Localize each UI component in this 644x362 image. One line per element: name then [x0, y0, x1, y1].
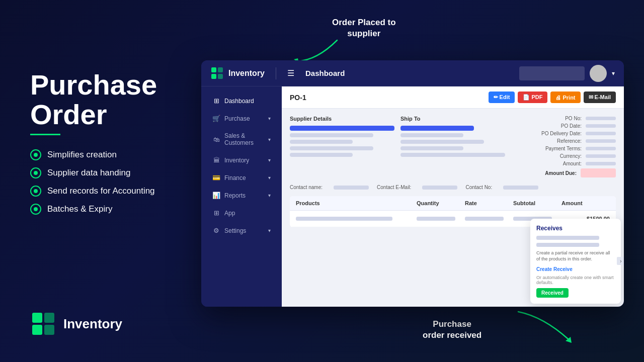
main-content: PO-1 ✏ Edit 📄 PDF 🖨 Print ✉ E-Mail Suppl…: [282, 86, 624, 307]
amount-val: [586, 162, 616, 165]
bottom-logo-text: Inventory: [63, 316, 122, 332]
topbar-right: ▾: [519, 65, 615, 82]
sidebar-item-finance[interactable]: 💳 Finance ▾: [204, 169, 279, 186]
finance-chevron-icon: ▾: [268, 175, 271, 180]
svg-rect-0: [32, 313, 42, 323]
meta-amount: Amount:: [511, 161, 616, 166]
contact-email-label: Contact E-Mail:: [377, 185, 411, 190]
topbar-page-label: Dashboard: [305, 69, 345, 77]
receives-title: Receives: [536, 225, 615, 232]
title-underline: [30, 134, 60, 135]
feature-item-1: Simplifies creation: [30, 149, 191, 160]
po-date-val: [586, 124, 616, 128]
inventory-chevron-icon: ▾: [268, 157, 271, 163]
receives-or-text: Or automatically create one with smart d…: [536, 275, 615, 285]
feature-icon-2: [30, 167, 41, 178]
reports-chevron-icon: ▾: [268, 193, 271, 198]
svg-rect-1: [32, 325, 42, 335]
svg-rect-2: [44, 313, 54, 323]
receives-skeleton-2: [536, 243, 599, 247]
ship-skeleton-3: [400, 140, 484, 144]
sidebar-item-inventory[interactable]: 🏛 Inventory ▾: [204, 152, 279, 168]
ship-skeleton-2: [400, 133, 463, 137]
feature-item-4: Batches & Expiry: [30, 204, 191, 215]
receives-skeleton-1: [536, 236, 599, 240]
feature-list: Simplifies creation Supplier data handin…: [30, 149, 191, 215]
pdf-button[interactable]: 📄 PDF: [518, 92, 547, 103]
contact-row: Contact name: Contact E-Mail: Contact No…: [290, 185, 616, 190]
user-avatar[interactable]: [590, 65, 607, 82]
hamburger-icon[interactable]: ☰: [287, 68, 294, 78]
topbar: Inventory ☰ Dashboard ▾: [201, 60, 624, 86]
sales-icon: 🛍: [212, 136, 220, 143]
sidebar-item-settings[interactable]: ⚙ Settings ▾: [204, 222, 279, 239]
chevron-down-icon[interactable]: ▾: [612, 70, 615, 77]
ship-skeleton-1: [400, 126, 474, 131]
po-delivery-val: [586, 132, 616, 135]
create-receive-link[interactable]: Create Receive: [536, 266, 615, 272]
payment-terms-val: [586, 147, 616, 150]
po-actions: ✏ Edit 📄 PDF 🖨 Print ✉ E-Mail: [489, 92, 616, 103]
product-cell-skeleton: [296, 217, 392, 221]
feature-item-2: Supplier data handing: [30, 167, 191, 178]
ship-skeleton-5: [400, 153, 505, 157]
topbar-divider: [276, 67, 276, 79]
bottom-logo: Inventory: [30, 311, 122, 337]
ship-skeleton-4: [400, 146, 463, 150]
sidebar-item-reports[interactable]: 📊 Reports ▾: [204, 187, 279, 204]
meta-po-date: PO Date:: [511, 123, 616, 129]
app-window: Inventory ☰ Dashboard ▾ ⊞ Dashboard 🛒 Pu…: [201, 60, 624, 307]
currency-val: [586, 154, 616, 158]
settings-icon: ⚙: [212, 227, 220, 234]
search-bar[interactable]: [519, 66, 585, 80]
supplier-details-section: Supplier Details: [290, 116, 394, 177]
sidebar-item-dashboard[interactable]: ⊞ Dashboard: [204, 93, 279, 109]
bottom-annotation: Purchase order received: [423, 319, 481, 341]
col-quantity: Quantity: [417, 200, 465, 206]
sidebar-item-purchase[interactable]: 🛒 Purchase ▾: [204, 110, 279, 127]
purchase-icon: 🛒: [212, 115, 220, 122]
ship-section-title: Ship To: [400, 116, 505, 122]
receives-description: Create a partial receive or receive all …: [536, 250, 615, 262]
po-top-grid: Supplier Details Ship To: [290, 116, 616, 177]
app-name: Inventory: [228, 69, 265, 78]
supplier-skeleton-4: [290, 146, 373, 150]
svg-rect-7: [211, 74, 216, 79]
supplier-skeleton-3: [290, 140, 353, 144]
meta-currency: Currency:: [511, 153, 616, 159]
supplier-skeleton-2: [290, 133, 373, 137]
meta-amount-due: Amount Due:: [511, 168, 616, 177]
print-button[interactable]: 🖨 Print: [550, 92, 580, 103]
dashboard-icon: ⊞: [212, 97, 220, 105]
receives-arrow-icon: ›: [617, 257, 624, 265]
reference-val: [586, 139, 616, 143]
arrow-bottom-svg: [513, 307, 579, 347]
left-section: Purchase Order Simplifies creation Suppl…: [30, 70, 191, 215]
inventory-icon: 🏛: [212, 156, 220, 164]
finance-icon: 💳: [212, 174, 220, 182]
app-icon: ⊞: [212, 209, 220, 217]
receives-popup: › Receives Create a partial receive or r…: [530, 219, 621, 304]
sidebar-item-sales[interactable]: 🛍 Sales & Customers ▾: [204, 128, 279, 151]
sidebar-item-app[interactable]: ⊞ App: [204, 205, 279, 221]
supplier-skeleton-1: [290, 126, 394, 131]
qty-cell-skeleton: [417, 217, 455, 221]
supplier-section-title: Supplier Details: [290, 116, 394, 122]
edit-button[interactable]: ✏ Edit: [489, 92, 515, 103]
received-button[interactable]: Received: [536, 288, 569, 298]
app-logo-icon: [210, 66, 224, 80]
app-logo: Inventory: [210, 66, 265, 80]
amount-due-val: [581, 168, 616, 177]
email-button[interactable]: ✉ E-Mail: [584, 92, 616, 103]
contact-no-val: [503, 186, 538, 190]
reports-icon: 📊: [212, 192, 220, 199]
contact-email-val: [422, 186, 457, 190]
col-rate: Rate: [465, 200, 513, 206]
po-no-val: [586, 117, 616, 120]
svg-rect-9: [218, 74, 223, 79]
meta-po-delivery: PO Delivery Date:: [511, 131, 616, 136]
contact-name-label: Contact name:: [290, 185, 323, 190]
sales-chevron-icon: ▾: [268, 137, 271, 142]
settings-chevron-icon: ▾: [268, 228, 271, 233]
feature-item-3: Send records for Accounting: [30, 186, 191, 197]
